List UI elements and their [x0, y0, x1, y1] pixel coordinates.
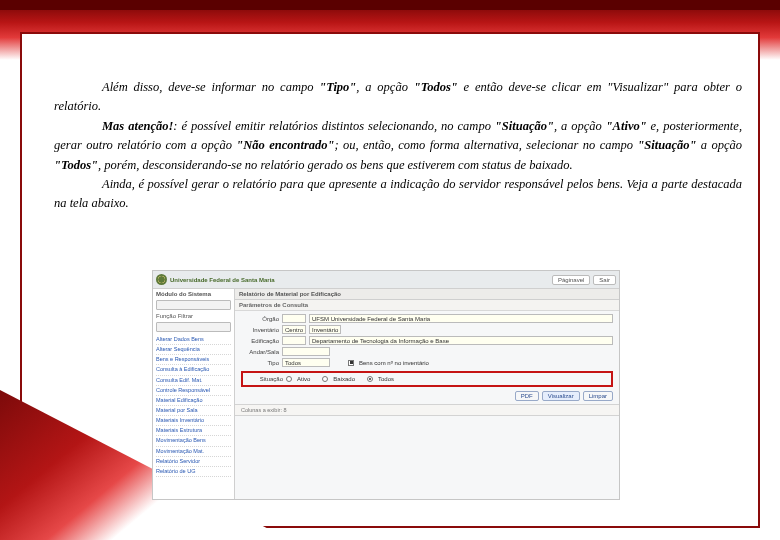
limpar-button[interactable]: Limpar	[583, 391, 613, 401]
sidebar-link[interactable]: Materiais Estrutura	[156, 426, 231, 436]
bens-checkbox[interactable]	[348, 360, 354, 366]
edif-value: Departamento de Tecnologia da Informação…	[309, 336, 613, 345]
sidebar-link[interactable]: Movimentação Bens	[156, 436, 231, 446]
highlighted-area: Situação Ativo Baixado Todos	[241, 371, 613, 387]
form: ÓrgãoUFSM Universidade Federal de Santa …	[235, 311, 619, 404]
orgao-value: UFSM Universidade Federal de Santa Maria	[309, 314, 613, 323]
tipo-select[interactable]: Todos	[282, 358, 330, 367]
printable-button[interactable]: Páginavel	[552, 275, 590, 285]
sidebar-header: Módulo do Sistema	[156, 291, 231, 297]
sidebar: Módulo do Sistema Função Filtrar Alterar…	[153, 289, 235, 499]
paragraph-3: Ainda, é possível gerar o relatório para…	[54, 175, 742, 214]
visualizar-button[interactable]: Visualizar	[542, 391, 580, 401]
sidebar-filter: Função Filtrar	[156, 313, 231, 319]
sidebar-link[interactable]: Alterar Sequência	[156, 345, 231, 355]
sidebar-link[interactable]: Consulta à Edificação	[156, 365, 231, 375]
sidebar-link[interactable]: Relatório Servidor	[156, 457, 231, 467]
sidebar-link[interactable]: Movimentação Mat.	[156, 447, 231, 457]
paragraph-1: Além disso, deve-se informar no campo "T…	[54, 78, 742, 117]
edif-input[interactable]	[282, 336, 306, 345]
radio-ativo[interactable]	[286, 376, 292, 382]
inv-inventario[interactable]: Inventário	[309, 325, 341, 334]
panel-subtitle: Parâmetros de Consulta	[235, 300, 619, 311]
inv-centro[interactable]: Centro	[282, 325, 306, 334]
sidebar-link[interactable]: Relatório de UG	[156, 467, 231, 477]
panel-title: Relatório de Material por Edificação	[235, 289, 619, 300]
sidebar-link[interactable]: Material Edificação	[156, 396, 231, 406]
logo-icon	[156, 274, 167, 285]
main-panel: Relatório de Material por Edificação Par…	[235, 289, 619, 499]
radio-baixado[interactable]	[322, 376, 328, 382]
andar-input[interactable]	[282, 347, 330, 356]
sidebar-link[interactable]: Consulta Edif. Mat.	[156, 376, 231, 386]
orgao-input[interactable]	[282, 314, 306, 323]
org-name: Universidade Federal de Santa Maria	[170, 277, 549, 283]
app-header: Universidade Federal de Santa Maria Pági…	[153, 271, 619, 289]
embedded-screenshot: Universidade Federal de Santa Maria Pági…	[152, 270, 620, 500]
paragraph-2: Mas atenção!: é possível emitir relatóri…	[54, 117, 742, 175]
sidebar-link[interactable]: Controle Responsável	[156, 386, 231, 396]
sidebar-link[interactable]: Material por Sala	[156, 406, 231, 416]
module-select[interactable]	[156, 300, 231, 310]
body-text: Além disso, deve-se informar no campo "T…	[54, 78, 742, 214]
pdf-button[interactable]: PDF	[515, 391, 539, 401]
sidebar-link[interactable]: Materiais Inventário	[156, 416, 231, 426]
sidebar-link[interactable]: Alterar Dados Bens	[156, 335, 231, 345]
exit-button[interactable]: Sair	[593, 275, 616, 285]
radio-todos[interactable]	[367, 376, 373, 382]
columns-note: Colunas a exibir: 8	[235, 404, 619, 416]
sidebar-link[interactable]: Bens e Responsáveis	[156, 355, 231, 365]
filter-select[interactable]	[156, 322, 231, 332]
